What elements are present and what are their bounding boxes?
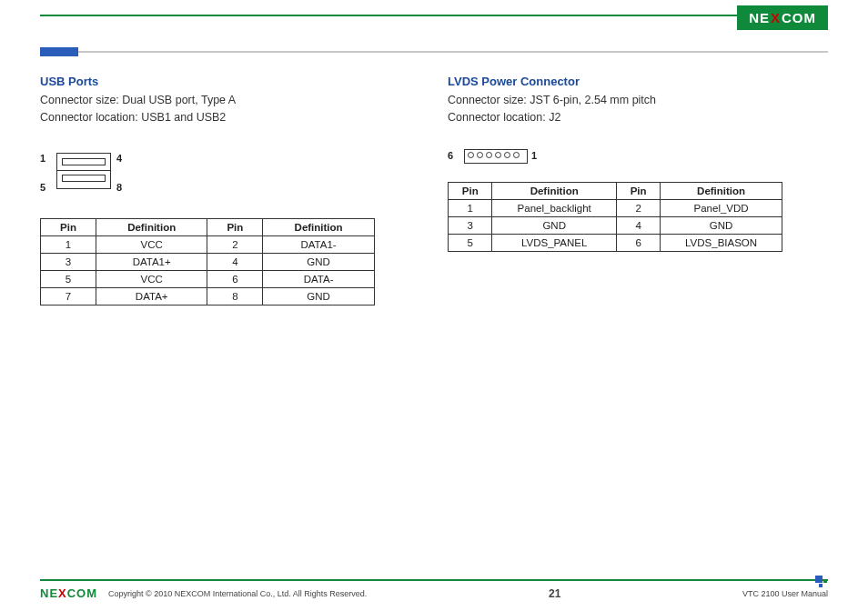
usb-pin-label-5: 5 [40,182,45,193]
footer-icon [815,576,828,588]
footer: NEXCOM Copyright © 2010 NEXCOM Internati… [40,579,828,600]
accent-line [78,51,828,53]
logo-x: X [58,586,67,600]
usb-table: Pin Definition Pin Definition 1VCC2DATA1… [40,218,375,306]
usb-loc: Connector location: USB1 and USB2 [40,109,420,126]
page-number: 21 [367,587,742,600]
cell: 5 [449,234,492,251]
table-row: 5LVDS_PANEL6LVDS_BIASON [449,234,782,251]
manual-name: VTC 2100 User Manual [742,589,828,598]
header-rule [40,15,828,16]
usb-diagram: 1 4 5 8 [40,147,149,202]
cell: 1 [449,199,492,216]
cell: GND [492,216,616,234]
th-def: Definition [263,218,374,235]
logo-top: NEXCOM [737,5,828,30]
cell: VCC [96,235,207,253]
usb-pin-label-4: 4 [116,153,122,164]
content: USB Ports Connector size: Dual USB port,… [40,75,828,306]
usb-size: Connector size: Dual USB port, Type A [40,92,420,109]
cell: 2 [207,235,263,253]
table-row: 5VCC6DATA- [41,270,375,287]
cell: 5 [41,270,96,287]
cell: Panel_VDD [661,199,782,216]
cell: VCC [96,270,207,287]
footer-rule [40,579,828,581]
cell: GND [661,216,782,234]
th-pin: Pin [616,182,660,199]
footer-row: NEXCOM Copyright © 2010 NEXCOM Internati… [40,586,828,600]
cell: GND [263,253,374,270]
lvds-table: Pin Definition Pin Definition 1Panel_bac… [448,182,782,252]
usb-pin-label-8: 8 [116,182,122,193]
logo-pre: NE [749,10,770,25]
cell: DATA1+ [96,253,207,270]
lvds-size: Connector size: JST 6-pin, 2.54 mm pitch [448,92,828,109]
th-pin: Pin [207,218,263,235]
lvds-title: LVDS Power Connector [448,75,828,88]
accent-bar [40,47,78,56]
right-column: LVDS Power Connector Connector size: JST… [448,75,828,306]
cell: 7 [41,287,96,305]
table-row: 7DATA+8GND [41,287,375,305]
cell: GND [263,287,374,305]
logo-post: COM [67,586,97,600]
cell: 8 [207,287,263,305]
header-bar: NEXCOM [0,0,868,31]
cell: 6 [616,234,660,251]
th-def: Definition [96,218,207,235]
cell: DATA- [263,270,374,287]
logo-bottom: NEXCOM [40,586,97,600]
cell: 6 [207,270,263,287]
usb-inner-bot [62,175,106,182]
usb-title: USB Ports [40,75,420,88]
th-pin: Pin [449,182,492,199]
cell: LVDS_BIASON [661,234,782,251]
jst-dots [468,152,520,158]
lvds-pin-label-6: 6 [448,150,453,161]
usb-inner-top [62,158,106,165]
lvds-diagram: 6 1 [448,147,566,169]
logo-pre: NE [40,586,58,600]
th-def: Definition [492,182,616,199]
usb-sep [56,170,111,171]
cell: 2 [616,199,660,216]
table-row: 3GND4GND [449,216,782,234]
table-row: 3DATA1+4GND [41,253,375,270]
copyright: Copyright © 2010 NEXCOM International Co… [108,589,367,598]
lvds-loc: Connector location: J2 [448,109,828,126]
logo-post: COM [782,10,816,25]
cell: Panel_backlight [492,199,616,216]
cell: LVDS_PANEL [492,234,616,251]
th-pin: Pin [41,218,96,235]
cell: 3 [449,216,492,234]
cell: DATA1- [263,235,374,253]
table-row: 1VCC2DATA1- [41,235,375,253]
usb-pin-label-1: 1 [40,153,45,164]
table-row: 1Panel_backlight2Panel_VDD [449,199,782,216]
lvds-pin-label-1: 1 [531,150,537,161]
cell: DATA+ [96,287,207,305]
logo-x: X [771,10,781,25]
left-column: USB Ports Connector size: Dual USB port,… [40,75,420,306]
cell: 4 [616,216,660,234]
cell: 1 [41,235,96,253]
cell: 4 [207,253,263,270]
cell: 3 [41,253,96,270]
th-def: Definition [661,182,782,199]
